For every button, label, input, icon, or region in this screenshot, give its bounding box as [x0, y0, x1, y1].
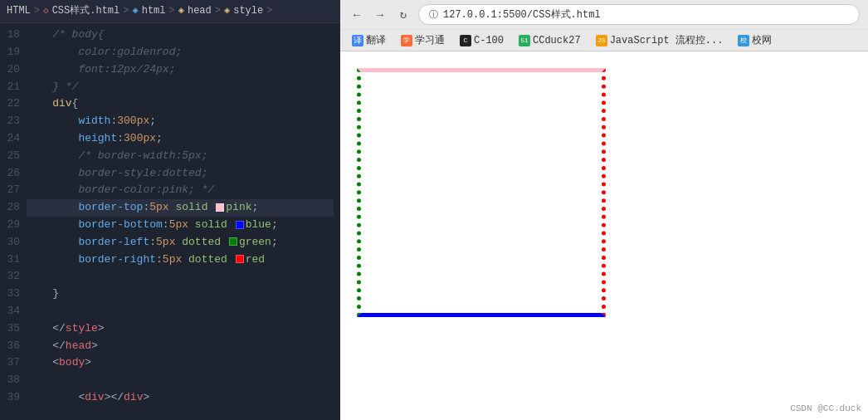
- breadcrumb-head-tag[interactable]: head: [188, 3, 212, 19]
- color-swatch-red: [236, 255, 244, 263]
- bookmark-c100[interactable]: C C-100: [456, 34, 507, 47]
- color-swatch-blue: [236, 221, 244, 229]
- code-line-37: <body>: [27, 354, 334, 372]
- breadcrumb-html: HTML: [7, 3, 31, 19]
- bookmark-javascript[interactable]: JS JavaScript 流程控...: [592, 32, 727, 48]
- bookmark-xuetong-icon: 学: [401, 35, 412, 46]
- url-text: 127.0.0.1:5500/CSS样式.html: [443, 7, 601, 22]
- color-swatch-green: [229, 237, 237, 246]
- forward-button[interactable]: →: [372, 7, 388, 23]
- breadcrumb-style-tag: style: [233, 3, 263, 19]
- code-line-34: [27, 303, 334, 320]
- code-editor: HTML > ◇ CSS样式.html > ◈ html > ◈ head > …: [0, 0, 340, 420]
- code-line-25: /* border-width:5px;: [27, 148, 334, 165]
- line-numbers: 18 19 20 21 22 23 24 25 26 27 28 29 30 3…: [0, 27, 27, 407]
- code-line-18: /* body{: [27, 27, 334, 44]
- code-line-23: width:300px;: [27, 113, 334, 130]
- breadcrumb-icon-style: ◈: [224, 3, 230, 19]
- code-line-29: border-bottom:5px solid blue;: [27, 217, 334, 234]
- breadcrumb-filename: CSS样式.html: [52, 3, 120, 19]
- refresh-button[interactable]: ↻: [395, 7, 412, 23]
- browser-content: CSDN @CC.duck: [340, 51, 868, 420]
- bookmark-xuetong[interactable]: 学 学习通: [397, 32, 448, 48]
- code-line-27: border-color:pink; */: [27, 182, 334, 199]
- bookmark-fanyi-icon: 译: [352, 35, 363, 46]
- lock-icon: ⓘ: [429, 8, 438, 21]
- browser-nav: ← → ↻ ⓘ 127.0.0.1:5500/CSS样式.html: [340, 0, 868, 29]
- color-swatch-pink: [216, 203, 224, 212]
- breadcrumb-icon-head: ◈: [178, 3, 184, 19]
- preview-div: [357, 68, 606, 317]
- browser-panel: ← → ↻ ⓘ 127.0.0.1:5500/CSS样式.html 译 翻译 学…: [340, 0, 868, 420]
- code-line-22: div{: [27, 95, 334, 113]
- bookmark-ccduck[interactable]: 51 CCduck27: [515, 34, 584, 47]
- breadcrumb: HTML > ◇ CSS样式.html > ◈ html > ◈ head > …: [0, 0, 340, 23]
- breadcrumb-icon-file: ◇: [43, 4, 49, 19]
- code-line-26: border-style:dotted;: [27, 165, 334, 183]
- code-line-20: font:12px/24px;: [27, 61, 334, 79]
- browser-chrome: ← → ↻ ⓘ 127.0.0.1:5500/CSS样式.html 译 翻译 学…: [340, 0, 868, 51]
- bookmark-js-label: JavaScript 流程控...: [610, 33, 724, 47]
- code-line-28: border-top:5px solid pink;: [27, 199, 334, 217]
- code-line-32: [27, 268, 334, 286]
- csdn-watermark: CSDN @CC.duck: [790, 403, 861, 413]
- code-line-19: color:goldenrod;: [27, 44, 334, 61]
- code-area: 18 19 20 21 22 23 24 25 26 27 28 29 30 3…: [0, 23, 340, 410]
- bookmark-c100-icon: C: [460, 35, 471, 46]
- bookmark-fanyi-label: 翻译: [366, 33, 386, 47]
- code-line-24: height:300px;: [27, 130, 334, 148]
- bookmark-xiaowang[interactable]: 校 校网: [734, 32, 775, 48]
- bookmark-xw-label: 校网: [752, 33, 772, 47]
- address-bar[interactable]: ⓘ 127.0.0.1:5500/CSS样式.html: [418, 4, 860, 25]
- bookmark-ccduck-icon: 51: [519, 35, 530, 46]
- bookmarks-bar: 译 翻译 学 学习通 C C-100 51 CCduck27 JS JavaSc…: [340, 29, 868, 51]
- code-line-21: } */: [27, 79, 334, 96]
- bookmark-xw-icon: 校: [738, 35, 749, 46]
- bookmark-c100-label: C-100: [474, 35, 504, 46]
- bookmark-ccduck-label: CCduck27: [533, 35, 581, 46]
- code-line-39: <div></div>: [27, 389, 334, 407]
- breadcrumb-html-tag: html: [142, 3, 166, 19]
- code-line-30: border-left:5px dotted green;: [27, 234, 334, 252]
- bookmark-js-icon: JS: [596, 35, 607, 46]
- code-line-36: </head>: [27, 338, 334, 355]
- bookmark-fanyi[interactable]: 译 翻译: [349, 32, 389, 48]
- back-button[interactable]: ←: [349, 7, 365, 23]
- code-line-35: </style>: [27, 320, 334, 338]
- code-line-31: border-right:5px dotted red: [27, 252, 334, 269]
- breadcrumb-icon-html: ◈: [132, 3, 138, 19]
- code-line-33: }: [27, 286, 334, 303]
- code-content[interactable]: /* body{ color:goldenrod; font:12px/24px…: [27, 27, 340, 407]
- code-line-38: [27, 372, 334, 389]
- bookmark-xuetong-label: 学习通: [415, 33, 445, 47]
